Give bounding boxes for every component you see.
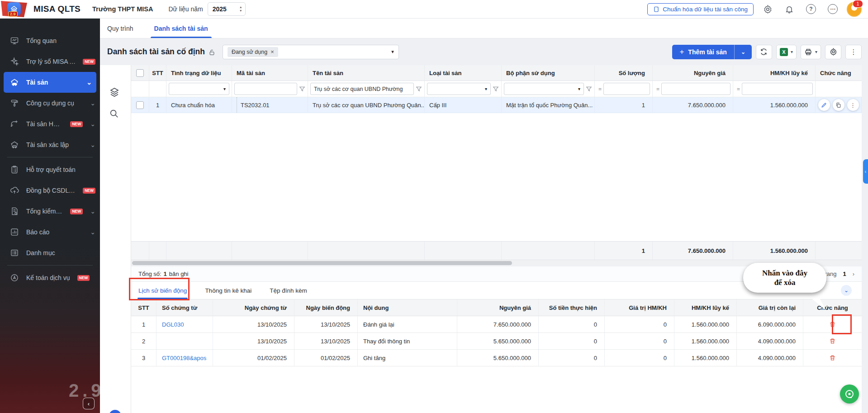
history-row-3[interactable]: 3 GT000198&apos 01/02/2025 01/02/2025 Gh… [131,350,862,366]
table-settings-button[interactable] [825,45,841,59]
select-all-checkbox[interactable] [136,69,144,77]
voucher-link[interactable]: GT000198&apos [162,355,206,361]
row-checkbox[interactable] [136,101,144,109]
filter-nguyen-gia-input[interactable] [661,83,730,95]
sidebar-item-tong-kiem-ke[interactable]: Tổng kiểm kê NEW ⌄ [0,201,100,222]
sidebar-item-danh-muc[interactable]: Danh mục [0,242,100,263]
remove-chip-icon[interactable]: × [270,48,274,55]
sidebar-item-cong-cu-dung-cu[interactable]: Công cụ dụng cụ ⌄ [0,93,100,114]
filter-so-luong-input[interactable] [603,83,650,95]
new-badge: NEW [83,188,95,194]
kebab-icon: ⋮ [850,48,857,56]
filter-hmkh-input[interactable] [742,83,813,95]
copy-icon [835,102,841,108]
right-panel-handle[interactable]: ‹ [863,159,868,184]
voucher-link[interactable]: DGL030 [162,321,184,328]
expand-rail-button[interactable]: › [109,410,121,413]
data-year-spinner[interactable]: 2025 ▲▼ [208,2,246,16]
col-ten-tai-san[interactable]: Tên tài sản [308,65,425,81]
total-count: 1 [164,271,167,277]
kebab-icon: ⋮ [850,102,856,109]
col-so-luong[interactable]: Số lượng [595,65,653,81]
equals-operator[interactable]: = [655,86,659,92]
col-stt[interactable]: STT [149,65,166,81]
sidebar-divider [7,157,93,157]
notifications-bell-icon[interactable] [782,1,797,17]
cell-chuc-nang: ⋮ [816,97,862,113]
sidebar-item-ke-toan-dich-vu[interactable]: Kế toán dịch vụ NEW [0,267,100,288]
help-icon[interactable]: ? [803,1,819,17]
sidebar-item-tro-ly-so-misa-ava[interactable]: Trợ lý số MISA AVA NEW [0,51,100,72]
edit-button[interactable] [818,99,830,111]
export-excel-button[interactable]: X ▾ [776,45,797,59]
duplicate-button[interactable] [833,99,844,111]
support-chat-button[interactable] [840,385,859,404]
history-row-2[interactable]: 2 13/10/2025 13/10/2025 Thay đổi thông t… [131,333,862,350]
sidebar-item-tong-quan[interactable]: Tổng quan [0,30,100,51]
filter-funnel-icon[interactable] [493,86,499,92]
sidebar-collapse-button[interactable]: ‹ [83,398,95,409]
sparkle-icon [10,57,19,66]
col-nguyen-gia[interactable]: Nguyên giá [653,65,733,81]
delete-history-button[interactable] [829,337,836,345]
col-hmkh-luy-ke[interactable]: HM/KH lũy kế [733,65,816,81]
tab-tep-dinh-kem[interactable]: Tệp đính kèm [269,287,308,299]
filter-loai-tai-san-select[interactable]: ▾ [427,83,491,95]
delete-history-button[interactable] [829,354,836,361]
filter-ten-tai-san-input[interactable]: Trụ sở các cơ quan UBND Phường [310,83,414,95]
sidebar-item-tai-san[interactable]: Tài sản ⌄ [4,72,96,93]
search-icon[interactable] [109,109,119,119]
equals-operator[interactable]: = [597,86,602,92]
filter-chip-dang-su-dung[interactable]: Đang sử dụng × [228,47,278,57]
history-row-1[interactable]: 1 DGL030 13/10/2025 13/10/2025 Đánh giá … [131,316,862,333]
filter-tinh-trang-select[interactable]: ▾ [169,83,229,95]
user-avatar[interactable]: 1 [847,2,862,17]
list-icon [10,248,19,257]
sidebar-item-bao-cao[interactable]: Báo cáo ⌄ [0,222,100,242]
layers-icon[interactable] [109,87,120,98]
tab-danh-sach-tai-san[interactable]: Danh sách tài sản [154,19,208,38]
print-button[interactable]: ▾ [801,45,821,59]
col-ma-tai-san[interactable]: Mã tài sản [232,65,308,81]
filter-funnel-icon[interactable] [586,86,592,92]
row-more-button[interactable]: ⋮ [847,99,859,111]
page-number[interactable]: 1 [843,271,846,277]
tab-quy-trinh[interactable]: Quy trình [107,19,133,38]
asset-row-1[interactable]: 1 Chưa chuẩn hóa TS2032.01 Trụ sở các cơ… [131,97,862,113]
delete-history-button[interactable] [829,321,836,328]
caret-down-icon[interactable]: ▾ [391,49,394,55]
data-year-label: Dữ liệu năm [168,5,203,13]
col-loai-tai-san[interactable]: Loại tài sản [425,65,502,81]
page-title: Danh sách tài sản cố định [107,47,205,57]
filter-funnel-icon[interactable] [299,86,305,92]
status-filter-combobox[interactable]: Đang sử dụng × ▾ [223,45,399,59]
cell-so-luong: 1 [595,97,653,113]
tab-thong-tin-ke-khai[interactable]: Thông tin kê khai [204,287,252,299]
sidebar-item-dong-bo-csdl-tsc[interactable]: Đồng bộ CSDL TSC NEW [0,180,100,201]
more-options-button[interactable]: ⋮ [845,45,862,59]
panel-collapse-button[interactable]: ⌄ [841,285,852,296]
sidebar-item-ho-tro-quyet-toan[interactable]: Hỗ trợ quyết toán [0,159,100,180]
add-asset-button[interactable]: + Thêm tài sản [672,45,735,59]
col-tinh-trang[interactable]: Tình trạng dữ liệu [166,65,232,81]
filter-ma-tai-san-input[interactable] [234,83,297,95]
sidebar-item-tai-san-xac-lap[interactable]: Tài sản xác lập ⌄ [0,134,100,155]
refresh-button[interactable] [756,45,772,59]
content-column: STT Tình trạng dữ liệu Mã tài sản Tên tà… [131,65,862,413]
add-asset-dropdown-button[interactable]: ⌄ [735,45,752,59]
filter-bo-phan-select[interactable]: ▾ [504,83,584,95]
organization-name[interactable]: Trường THPT MISA [92,5,153,13]
spinner-arrows-icon[interactable]: ▲▼ [239,6,242,12]
filter-funnel-icon[interactable] [416,86,422,92]
next-page-icon[interactable]: › [853,271,854,277]
tab-lich-su-bien-dong[interactable]: Lịch sử biến động [138,287,188,299]
settings-gear-icon[interactable] [760,1,775,17]
app-logo[interactable]: 2.9 [0,0,30,18]
standardize-public-asset-button[interactable]: Chuẩn hóa dữ liệu tài sản công [647,3,754,15]
more-apps-icon[interactable]: ⋯ [825,1,840,17]
scrollbar-thumb[interactable] [132,261,512,265]
lock-icon[interactable] [209,49,215,56]
col-bo-phan[interactable]: Bộ phận sử dụng [502,65,595,81]
sidebar-item-tai-san-ht-cns[interactable]: Tài sản HT-CNS NEW ⌄ [0,114,100,134]
equals-operator[interactable]: = [735,86,740,92]
